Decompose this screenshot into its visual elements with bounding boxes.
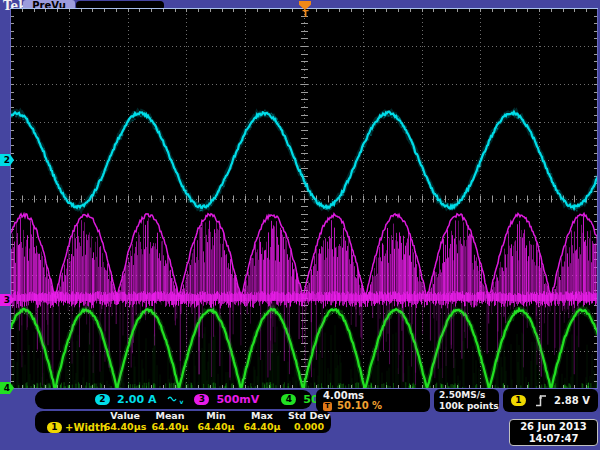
date: 26 Jun 2013 — [510, 421, 597, 433]
rising-edge-slope-icon — [535, 394, 547, 407]
trigger-level: 2.88 V — [554, 395, 590, 406]
trigger-readout: 1 2.88 V — [503, 389, 598, 412]
measurement-mean: 64.40µ — [147, 422, 193, 433]
record-length: 100k points — [439, 401, 494, 412]
channel3-scale: 500mV — [216, 393, 259, 406]
trigger-position-chip-icon: T — [323, 402, 332, 411]
measurement-source-badge: 1 — [47, 422, 62, 433]
trigger-position-label: T — [300, 9, 311, 19]
ac-coupling-icon: v — [167, 395, 183, 405]
sample-rate: 2.50MS/s — [439, 390, 494, 401]
trigger-source-badge: 1 — [511, 395, 526, 406]
oscilloscope-screen: Tek PreVu T 2 3 4 2 2.00 A v 3 500mV 4 5… — [0, 0, 600, 450]
graticule — [10, 8, 598, 389]
acquisition-readout: 2.50MS/s 100k points — [434, 389, 499, 412]
measurement-name: 1 +Width — [39, 422, 103, 433]
measurement-max: 64.40µ — [239, 422, 285, 433]
datetime-readout: 26 Jun 2013 14:07:47 — [509, 419, 598, 446]
time: 14:07:47 — [510, 433, 597, 445]
channel4-badge: 4 — [281, 394, 296, 405]
waveform-display — [10, 8, 598, 389]
measurement-value: 64.40µs — [103, 422, 147, 433]
channel2-badge: 2 — [95, 394, 110, 405]
measurement-stddev: 0.000 — [285, 422, 333, 433]
horizontal-readout: 4.00ms T 50.10 % — [316, 389, 430, 412]
channel3-badge: 3 — [194, 394, 209, 405]
measurement-readout: Value Mean Min Max Std Dev 1 +Width 64.4… — [35, 411, 331, 433]
measurement-min: 64.40µ — [193, 422, 239, 433]
channel2-scale: 2.00 A — [117, 393, 156, 406]
channel-readouts: 2 2.00 A v 3 500mV 4 500mV — [35, 390, 312, 409]
trigger-position-percent: 50.10 % — [337, 401, 382, 411]
